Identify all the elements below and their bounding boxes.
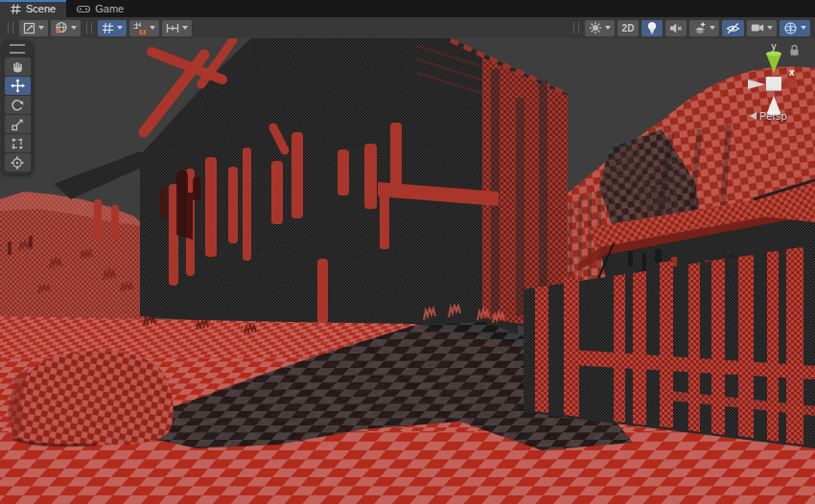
- global-orientation-icon: [55, 21, 68, 34]
- tools-overlay-palette: [2, 40, 33, 174]
- chevron-down-icon: [71, 26, 77, 30]
- chevron-down-icon: [38, 26, 44, 30]
- chevron-down-icon: [710, 26, 715, 30]
- rect-tool-button[interactable]: [5, 134, 31, 152]
- 2d-label: 2D: [622, 23, 635, 34]
- camera-icon: [751, 22, 764, 34]
- move-tool-button[interactable]: [5, 77, 31, 95]
- tab-game-label: Game: [95, 3, 124, 14]
- magnet-shape: [140, 30, 146, 34]
- snap-increment-button[interactable]: [162, 20, 192, 36]
- persp-label: Persp: [759, 110, 787, 122]
- fence-post: [660, 261, 673, 428]
- gizmo-x-axis-cone[interactable]: [782, 77, 796, 89]
- rect-tool-icon: [11, 137, 24, 150]
- unity-editor-scene-view: { "colors": { "accent_blue": "#45618c", …: [0, 0, 815, 504]
- gizmo-y-label[interactable]: y: [772, 41, 777, 52]
- gizmo-x-label[interactable]: x: [789, 67, 795, 78]
- tab-bar: Scene Game: [0, 0, 815, 17]
- transform-tool-icon: [11, 156, 24, 170]
- draw-mode-debug-icon: [589, 21, 602, 34]
- palette-drag-handle[interactable]: [10, 44, 25, 54]
- overlay-drag-handle[interactable]: [86, 22, 92, 34]
- chevron-down-icon: [605, 26, 611, 30]
- effects-icon: [693, 21, 707, 34]
- grid-visibility-button[interactable]: [98, 20, 127, 36]
- gizmo-y-axis-cone[interactable]: [766, 54, 781, 73]
- chevron-down-icon: [117, 26, 123, 30]
- persp-axis-cone-icon: [750, 112, 757, 120]
- lighting-icon: [646, 21, 658, 34]
- gizmos-icon: [783, 21, 798, 35]
- tab-scene-label: Scene: [26, 3, 56, 14]
- gizmo-center-cube[interactable]: [766, 77, 781, 91]
- scene-render: [0, 38, 815, 504]
- scale-tool-button[interactable]: [5, 115, 31, 133]
- chevron-down-icon: [182, 26, 188, 30]
- camera-settings-button[interactable]: [747, 20, 777, 36]
- chevron-down-icon: [150, 26, 155, 30]
- hand-tool-button[interactable]: [5, 57, 31, 76]
- snap-to-grid-icon: [133, 22, 147, 34]
- snap-increment-icon: [166, 22, 179, 34]
- overlay-drag-handle[interactable]: [8, 22, 13, 34]
- lock-icon[interactable]: [789, 44, 800, 57]
- game-tab-icon: [77, 4, 90, 13]
- scene-viewport-canvas[interactable]: y x Persp: [0, 38, 815, 504]
- hand-tool-icon: [11, 60, 24, 74]
- rotate-tool-icon: [11, 99, 24, 112]
- overlay-drag-handle[interactable]: [573, 22, 579, 34]
- draw-mode-button[interactable]: [585, 20, 615, 36]
- scene-view-toolbar: 2D: [0, 17, 815, 38]
- 2d-toggle-button[interactable]: 2D: [617, 20, 639, 36]
- move-tool-icon: [11, 79, 25, 93]
- global-orientation-button[interactable]: [51, 20, 81, 36]
- chevron-down-icon: [767, 26, 773, 30]
- fence-post: [564, 276, 579, 417]
- tab-game[interactable]: Game: [66, 0, 134, 17]
- snap-to-grid-button[interactable]: [129, 20, 159, 36]
- tab-scene[interactable]: Scene: [0, 0, 66, 17]
- scene-visibility-button[interactable]: [722, 20, 744, 36]
- lighting-toggle-button[interactable]: [641, 20, 663, 36]
- projection-indicator[interactable]: Persp: [750, 110, 787, 122]
- rotate-tool-button[interactable]: [5, 96, 31, 114]
- transform-tool-button[interactable]: [5, 153, 31, 172]
- pivot-center-icon: [23, 22, 35, 34]
- scene-visibility-icon: [726, 22, 740, 34]
- pivot-center-button[interactable]: [19, 20, 48, 36]
- effects-button[interactable]: [689, 20, 719, 36]
- audio-mute-icon: [669, 22, 683, 34]
- gizmo-west-cone[interactable]: [748, 80, 765, 89]
- modified-dot: [56, 30, 59, 34]
- audio-toggle-button[interactable]: [665, 20, 687, 36]
- scale-tool-icon: [11, 118, 24, 131]
- grid-visibility-icon: [102, 22, 114, 34]
- gizmos-button[interactable]: [780, 20, 810, 36]
- chevron-down-icon: [801, 26, 806, 30]
- scene-tab-icon: [11, 4, 21, 14]
